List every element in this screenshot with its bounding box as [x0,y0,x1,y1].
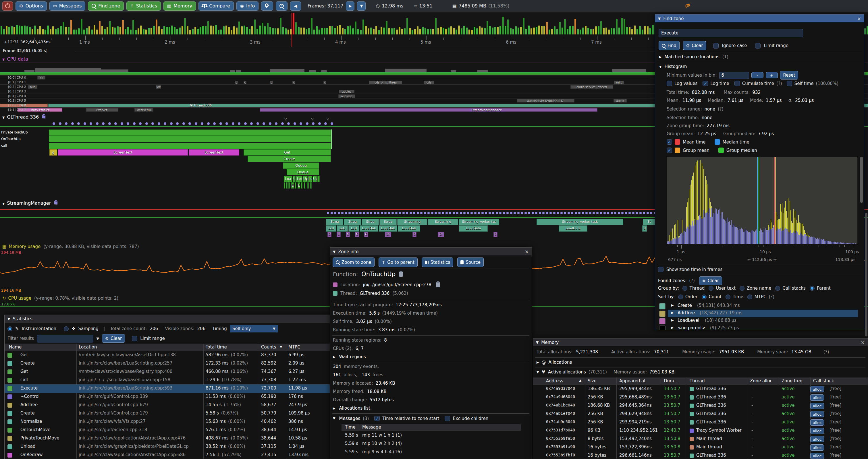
zone-info-titlebar[interactable]: ▼Zone info× [330,248,532,256]
cpu-zone[interactable]: cds_ol_rx_threa [369,81,402,84]
glthread-zone[interactable]: U [293,176,296,182]
sample-dot[interactable] [133,122,135,125]
glthread-zone[interactable]: Queue [283,162,319,169]
glthread-zone[interactable] [49,143,331,149]
show-zone-time-checkbox[interactable] [658,267,663,272]
frame-down-button[interactable]: ▼ [357,1,366,11]
toolbar-button-caret-left-icon[interactable]: ◀ [290,1,301,11]
memory-row[interactable]: 0x7553b9fbf016 bytes296,661,146ns13:50.7… [533,452,868,459]
glthread-zone[interactable]: Create [248,156,331,162]
sort-by-radio-order[interactable] [678,295,683,299]
sample-dot[interactable] [417,212,419,214]
table-row[interactable]: Get/mnt/e/claw/src/claw/base/Registry.hp… [5,368,340,376]
sample-dot[interactable] [557,212,559,214]
cpu-zone[interactable]: os [37,76,45,79]
sample-dot[interactable] [90,122,92,125]
histogram-item[interactable]: ▼Histogram [659,64,687,69]
sample-dot[interactable] [363,212,365,214]
alloc-callstack-button[interactable]: alloc [810,436,824,442]
streaming-zone[interactable]: LoadData [459,225,488,232]
sample-dot[interactable] [553,212,556,214]
sample-dot[interactable] [250,122,253,125]
sample-dot[interactable] [456,212,458,214]
streaming-zone[interactable]: LoadDaU [379,225,397,232]
sample-dot[interactable] [324,122,327,125]
sample-dot[interactable] [275,122,277,125]
streaming-zone[interactable]: Ci [385,232,391,237]
group-by-radio-zone-name[interactable] [740,286,744,291]
cpu-zone[interactable]: cds [424,81,434,84]
sample-dot[interactable] [176,122,179,125]
log-time-checkbox[interactable]: ✓ [703,81,708,86]
sample-dot[interactable] [442,212,444,214]
sample-dot[interactable] [232,122,235,125]
toolbar-button-wrench-icon[interactable] [261,1,273,11]
sample-dot[interactable] [399,212,401,214]
sample-dot[interactable] [207,122,210,125]
sample-dot[interactable] [381,212,383,214]
sample-dot[interactable] [593,212,595,214]
glthread-zone[interactable]: Queue [287,169,319,175]
sample-dot[interactable] [435,212,437,214]
sample-dot[interactable] [225,122,228,125]
memory-row[interactable]: 0x74ab9e5040256 KB293,994,219ns13:50.7GL… [533,418,868,427]
sample-dot[interactable] [496,212,498,214]
sample-dot[interactable] [564,212,566,214]
column-header-total-time[interactable]: Total time [206,345,227,350]
sample-dot[interactable] [628,212,631,214]
decrease-button[interactable]: - [751,72,764,78]
streaming-header[interactable]: ▼StreamingManager [2,200,58,206]
table-row[interactable]: Normalizejni/../jni/src/claw/vfs/Vfs.cpp… [5,418,340,426]
sample-dot[interactable] [489,212,491,214]
alloc-callstack-button[interactable]: alloc [810,453,824,459]
streaming-zone[interactable]: C [346,232,350,237]
sample-dot[interactable] [643,212,645,214]
sample-dot[interactable] [636,212,638,214]
timing-dropdown[interactable]: Self only▼ [230,325,278,332]
streaming-zone[interactable]: Strea [379,219,397,225]
sample-dot[interactable] [293,122,296,125]
sample-dot[interactable] [392,212,394,214]
toolbar-button-find-zone[interactable]: Find zone [88,1,124,11]
alloc-callstack-button[interactable]: alloc [810,411,824,417]
table-row[interactable]: Get/mnt/e/claw/src/claw/base/AssetDict.h… [5,351,340,359]
zone-info-button-zoom-to-zone[interactable]: Zoom to zone [333,258,375,267]
sample-dot[interactable] [621,212,624,214]
memory-row[interactable]: 0x7531d7b04096 KB1:10 234,952,16112:40.7… [533,427,868,435]
streaming-zone[interactable]: LoadData [559,225,587,232]
memory-usage-header[interactable]: ▦Memory usage(y-range: 30.88 KB, visible… [2,244,139,249]
column-header-counts[interactable]: Counts [261,345,276,350]
fz-scrollbar[interactable] [860,157,863,203]
log-values-checkbox[interactable] [666,81,672,86]
limit-range-checkbox[interactable] [755,43,761,48]
sample-dot[interactable] [535,212,537,214]
column-header-dura-[interactable]: Dura... [664,378,678,384]
found-zone-row[interactable]: ▶Create(54,131) 643.34 ms [655,302,860,310]
column-header-size[interactable]: Size [588,378,596,384]
sample-dot[interactable] [377,212,379,214]
table-row[interactable]: Executejni/../jni/src/claw/base/LuaScrip… [5,384,340,393]
cpu-zone[interactable]: (worker) [86,108,118,112]
exclude-children-checkbox[interactable] [445,416,450,421]
streaming-zone[interactable]: Cl [438,232,444,237]
sample-dot[interactable] [374,212,376,214]
alloc-callstack-button[interactable]: alloc [810,394,824,401]
glthread-zone[interactable] [307,182,309,189]
reset-button[interactable]: Reset [780,71,799,79]
sort-by-radio-mtpc[interactable] [747,295,752,299]
glthread-zone[interactable] [286,182,287,189]
cpu-zone[interactable]: c [235,81,238,84]
alloc-callstack-button[interactable]: alloc [810,403,824,409]
sample-dot[interactable] [370,212,372,214]
sample-dot[interactable] [632,212,634,214]
sample-dot[interactable] [625,212,627,214]
mean-median-checkbox[interactable]: ✓ [666,139,672,145]
glthread-zone[interactable]: Lo [308,176,312,182]
cpu-zone[interactable]: audioserver (AudioOut_D) [517,99,575,102]
sample-dot[interactable] [413,212,415,214]
zone-info-button-source[interactable]: Source [457,258,484,267]
glthread-zone[interactable]: Loa [284,176,292,182]
sample-dot[interactable] [410,212,412,214]
toolbar-button-power-icon[interactable] [2,1,13,11]
sample-dot[interactable] [521,212,523,214]
